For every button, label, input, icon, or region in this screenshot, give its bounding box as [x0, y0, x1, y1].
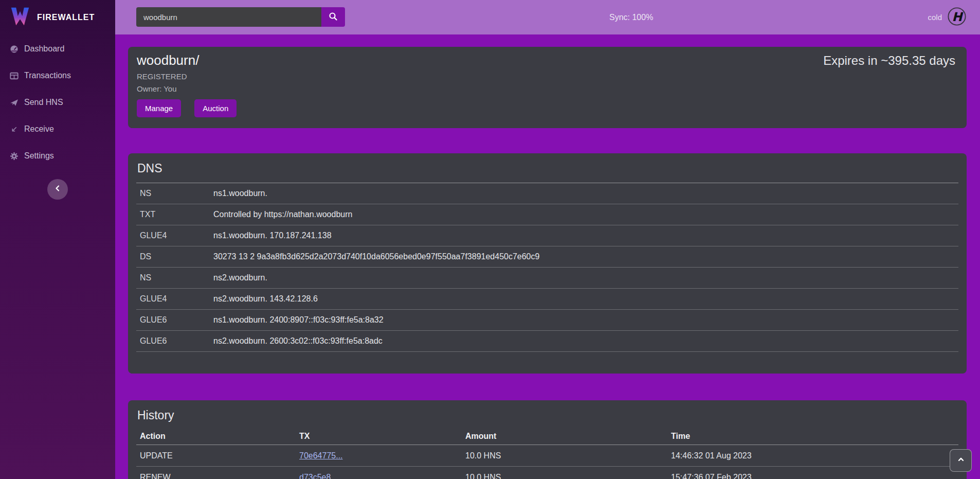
brand-header: FIREWALLET: [0, 0, 115, 34]
sidebar-collapse-button[interactable]: [47, 179, 68, 200]
sync-status: Sync: 100%: [609, 0, 653, 34]
dns-record-type: GLUE6: [136, 315, 213, 325]
dns-card-title: DNS: [136, 153, 958, 183]
history-time: 14:46:32 01 Aug 2023: [667, 451, 958, 460]
dns-record-value: ns2.woodburn.: [213, 273, 267, 282]
dns-table: NS ns1.woodburn. TXT Controlled by https…: [136, 183, 958, 352]
column-header-amount: Amount: [462, 432, 667, 441]
history-table: Action TX Amount Time UPDATE 70e64775...…: [136, 428, 958, 479]
dns-record-value: ns2.woodburn. 143.42.128.6: [213, 294, 318, 304]
wallet-selector[interactable]: cold H: [928, 0, 967, 34]
history-amount: 10.0 HNS: [462, 451, 667, 460]
sidebar: FIREWALLET Dashboard Transactions Send H…: [0, 0, 115, 479]
sidebar-item-transactions[interactable]: Transactions: [0, 62, 115, 89]
table-icon: [10, 72, 19, 80]
handshake-icon: H: [947, 7, 967, 28]
domain-card: woodburn/ REGISTERED Owner: You Manage A…: [128, 47, 967, 128]
topbar: Sync: 100% cold H: [115, 0, 980, 34]
dns-record-row: GLUE4 ns2.woodburn. 143.42.128.6: [136, 289, 958, 310]
send-icon: [10, 98, 19, 107]
dns-record-value: Controlled by https://nathan.woodburn: [213, 210, 352, 219]
search-bar: [136, 7, 345, 27]
column-header-tx: TX: [296, 432, 462, 441]
sidebar-item-dashboard[interactable]: Dashboard: [0, 36, 115, 62]
auction-button[interactable]: Auction: [194, 99, 237, 117]
dns-record-value: ns2.woodburn. 2600:3c02::f03c:93ff:fe5a:…: [213, 336, 383, 346]
dns-record-type: TXT: [136, 210, 213, 219]
dns-record-type: NS: [136, 273, 213, 282]
sidebar-item-send-hns[interactable]: Send HNS: [0, 89, 115, 116]
column-header-time: Time: [667, 432, 958, 441]
svg-text:H: H: [952, 9, 964, 24]
search-button[interactable]: [321, 7, 345, 27]
search-input[interactable]: [136, 7, 321, 27]
dns-record-value: ns1.woodburn. 170.187.241.138: [213, 231, 332, 240]
dns-record-type: NS: [136, 189, 213, 198]
history-card-title: History: [136, 400, 958, 428]
dns-record-row: GLUE4 ns1.woodburn. 170.187.241.138: [136, 225, 958, 246]
dns-record-type: DS: [136, 252, 213, 261]
dns-record-row: DS 30273 13 2 9a3a8fb3d625d2a2073d740f10…: [136, 246, 958, 268]
history-action: UPDATE: [136, 451, 296, 460]
sidebar-item-settings[interactable]: Settings: [0, 143, 115, 169]
dns-record-type: GLUE4: [136, 294, 213, 304]
history-row: RENEW d73c5e8... 10.0 HNS 15:47:36 07 Fe…: [136, 467, 958, 479]
sidebar-item-receive[interactable]: Receive: [0, 116, 115, 143]
history-amount: 10.0 HNS: [462, 473, 667, 479]
dns-record-row: GLUE6 ns1.woodburn. 2400:8907::f03c:93ff…: [136, 310, 958, 331]
brand-name: FIREWALLET: [37, 13, 95, 22]
dns-record-value: ns1.woodburn. 2400:8907::f03c:93ff:fe5a:…: [213, 315, 384, 325]
dns-record-type: GLUE6: [136, 336, 213, 346]
dns-record-row: NS ns2.woodburn.: [136, 268, 958, 289]
search-icon: [329, 12, 338, 23]
gear-icon: [10, 152, 19, 161]
column-header-action: Action: [136, 432, 296, 441]
history-card: History Action TX Amount Time UPDATE 70e…: [128, 400, 967, 479]
history-action: RENEW: [136, 473, 296, 479]
sidebar-item-label: Send HNS: [24, 98, 63, 107]
receive-icon: [10, 125, 19, 134]
tx-link[interactable]: d73c5e8...: [299, 473, 338, 479]
sidebar-item-label: Receive: [24, 125, 54, 134]
dns-record-value: ns1.woodburn.: [213, 189, 267, 198]
sidebar-item-label: Transactions: [24, 71, 71, 80]
tx-link[interactable]: 70e64775...: [299, 451, 343, 460]
scroll-to-top-button[interactable]: [950, 449, 972, 472]
chevron-left-icon: [54, 185, 61, 194]
history-time: 15:47:36 07 Feb 2023: [667, 473, 958, 479]
history-header-row: Action TX Amount Time: [136, 428, 958, 445]
dns-record-type: GLUE4: [136, 231, 213, 240]
domain-owner: Owner: You: [137, 84, 956, 93]
expiry-label: Expires in ~395.35 days: [823, 54, 955, 68]
manage-button[interactable]: Manage: [137, 99, 181, 117]
dns-record-row: GLUE6 ns2.woodburn. 2600:3c02::f03c:93ff…: [136, 331, 958, 352]
dns-card: DNS NS ns1.woodburn. TXT Controlled by h…: [128, 153, 967, 374]
firewallet-logo-icon: [9, 7, 31, 28]
sidebar-item-label: Settings: [24, 151, 54, 161]
gauge-icon: [10, 45, 19, 54]
sidebar-nav: Dashboard Transactions Send HNS Receive: [0, 34, 115, 169]
wallet-name: cold: [928, 13, 942, 22]
history-row: UPDATE 70e64775... 10.0 HNS 14:46:32 01 …: [136, 445, 958, 467]
domain-status: REGISTERED: [137, 72, 956, 81]
dns-record-value: 30273 13 2 9a3a8fb3d625d2a2073d740f10da6…: [213, 252, 539, 261]
sidebar-item-label: Dashboard: [24, 44, 64, 54]
chevron-up-icon: [957, 455, 965, 466]
dns-record-row: TXT Controlled by https://nathan.woodbur…: [136, 204, 958, 225]
dns-record-row: NS ns1.woodburn.: [136, 183, 958, 204]
